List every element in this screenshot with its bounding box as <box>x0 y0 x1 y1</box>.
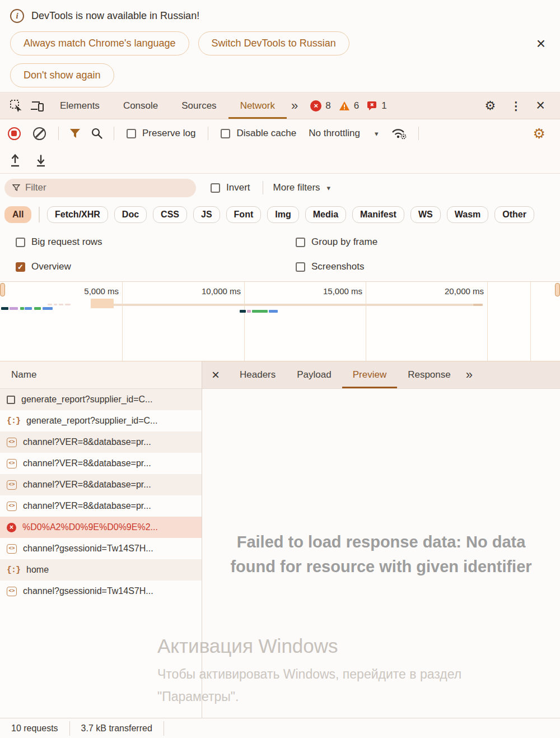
divider <box>263 181 263 194</box>
name-column-header[interactable]: Name <box>0 361 202 389</box>
request-row[interactable]: {:} generate_report?supplier_id=C... <box>0 410 202 431</box>
request-row[interactable]: <> channel?VER=8&database=pr... <box>0 495 202 517</box>
disable-cache-checkbox[interactable]: Disable cache <box>221 128 296 139</box>
request-row[interactable]: <> channel?VER=8&database=pr... <box>0 474 202 495</box>
more-options-icon[interactable]: ⋮ <box>504 99 528 113</box>
filter-input-box[interactable] <box>4 179 196 197</box>
preserve-log-checkbox[interactable]: Preserve log <box>127 128 195 139</box>
chevron-down-icon: ▾ <box>375 129 379 138</box>
tab-preview[interactable]: Preview <box>342 361 397 388</box>
notification-close-icon[interactable]: × <box>536 36 545 52</box>
timeline-bar <box>1 307 8 310</box>
chip-media[interactable]: Media <box>305 206 346 223</box>
timeline-bar <box>20 307 24 310</box>
tab-headers[interactable]: Headers <box>229 361 286 388</box>
timeline-gridline <box>366 282 366 361</box>
tab-sources[interactable]: Sources <box>170 92 228 119</box>
close-details-icon[interactable]: × <box>202 361 229 388</box>
chip-ws[interactable]: WS <box>410 206 441 223</box>
devtools-tabbar: Elements Console Sources Network » × 8 6… <box>0 92 560 119</box>
request-row[interactable]: generate_report?supplier_id=C... <box>0 389 202 410</box>
timeline-bar <box>43 307 53 310</box>
tab-console[interactable]: Console <box>111 92 170 119</box>
dont-show-again-button[interactable]: Don't show again <box>10 63 114 87</box>
overview-checkbox[interactable]: ✓ Overview <box>16 261 282 272</box>
preview-panel: Failed to load response data: No data fo… <box>202 389 560 718</box>
error-count-badge[interactable]: × 8 <box>310 100 330 112</box>
request-row[interactable]: <> channel?VER=8&database=pr... <box>0 431 202 453</box>
device-toolbar-icon[interactable] <box>27 92 48 119</box>
throttling-dropdown[interactable]: No throttling ▾ <box>309 128 378 139</box>
checkbox-unchecked <box>211 183 220 193</box>
network-options: Big request rows Group by frame ✓ Overvi… <box>0 228 560 282</box>
chip-other[interactable]: Other <box>494 206 534 223</box>
tab-network[interactable]: Network <box>228 92 287 119</box>
xhr-icon: <> <box>7 587 17 596</box>
tab-elements[interactable]: Elements <box>48 92 111 119</box>
timeline-bar <box>252 310 268 313</box>
switch-to-russian-button[interactable]: Switch DevTools to Russian <box>198 31 349 55</box>
clear-icon[interactable] <box>33 127 46 140</box>
tab-response[interactable]: Response <box>397 361 461 388</box>
xhr-icon: <> <box>7 502 17 511</box>
preview-error-message: Failed to load response data: No data fo… <box>219 530 544 579</box>
requests-panel: Name generate_report?supplier_id=C... {:… <box>0 361 202 718</box>
network-conditions-icon[interactable] <box>386 127 413 140</box>
funnel-icon <box>12 184 20 192</box>
more-filters-dropdown[interactable]: More filters ▾ <box>273 182 331 193</box>
request-details-panel: × Headers Payload Preview Response » Fai… <box>202 361 560 718</box>
chip-wasm[interactable]: Wasm <box>447 206 489 223</box>
chip-fetch-xhr[interactable]: Fetch/XHR <box>47 206 108 223</box>
tab-payload[interactable]: Payload <box>286 361 342 388</box>
network-toolbar: Preserve log Disable cache No throttling… <box>0 119 560 147</box>
chip-img[interactable]: Img <box>267 206 298 223</box>
import-har-icon[interactable] <box>9 154 21 168</box>
timeline-bar <box>473 304 483 306</box>
timeline-bar <box>247 310 251 313</box>
timeline-bar <box>65 304 71 305</box>
match-language-button[interactable]: Always match Chrome's language <box>10 31 189 55</box>
close-devtools-icon[interactable]: × <box>530 97 551 114</box>
overview-handle-right[interactable] <box>555 283 560 296</box>
inspect-element-icon[interactable] <box>6 92 27 119</box>
request-row[interactable]: {:} home <box>0 559 202 581</box>
timeline-bar <box>34 307 41 310</box>
timeline-gridline <box>244 282 245 361</box>
more-detail-tabs-icon[interactable]: » <box>461 361 477 388</box>
request-row[interactable]: <> channel?gsessionid=Tw14S7H... <box>0 538 202 559</box>
chip-css[interactable]: CSS <box>153 206 187 223</box>
divider <box>58 127 59 140</box>
export-har-icon[interactable] <box>35 154 47 168</box>
request-row-error-selected[interactable]: × %D0%A2%D0%9E%D0%9E%2... <box>0 517 202 538</box>
fetch-icon: {:} <box>7 565 20 575</box>
issues-count-badge[interactable]: 1 <box>367 100 386 112</box>
checkbox-unchecked <box>296 238 305 247</box>
network-settings-gear-icon[interactable]: ⚙ <box>533 126 552 142</box>
timeline-tick-label: 10,000 ms <box>202 286 241 296</box>
divider <box>114 127 114 140</box>
xhr-icon: <> <box>7 544 17 554</box>
filter-funnel-icon[interactable] <box>64 128 86 138</box>
chevron-down-icon: ▾ <box>327 184 331 192</box>
request-row[interactable]: <> channel?VER=8&database=pr... <box>0 453 202 474</box>
chip-js[interactable]: JS <box>193 206 220 223</box>
chip-all[interactable]: All <box>4 206 31 223</box>
checkbox-checked: ✓ <box>16 262 25 272</box>
chip-font[interactable]: Font <box>226 206 262 223</box>
request-row[interactable]: <> channel?gsessionid=Tw14S7H... <box>0 581 202 602</box>
overview-handle-left[interactable] <box>0 283 5 296</box>
search-icon[interactable] <box>86 127 108 140</box>
chip-manifest[interactable]: Manifest <box>352 206 404 223</box>
warning-count-badge[interactable]: 6 <box>339 100 359 112</box>
screenshots-checkbox[interactable]: Screenshots <box>296 261 544 272</box>
more-tabs-icon[interactable]: » <box>287 92 302 119</box>
timeline-overview[interactable]: 5,000 ms10,000 ms15,000 ms20,000 ms <box>0 282 560 361</box>
group-by-frame-checkbox[interactable]: Group by frame <box>296 236 544 248</box>
chip-doc[interactable]: Doc <box>114 206 147 223</box>
filter-input[interactable] <box>25 182 188 193</box>
settings-gear-icon[interactable]: ⚙ <box>478 99 502 113</box>
record-icon[interactable] <box>8 127 21 140</box>
xhr-icon: <> <box>7 438 17 447</box>
big-request-rows-checkbox[interactable]: Big request rows <box>16 236 282 248</box>
invert-checkbox[interactable]: Invert <box>211 182 250 193</box>
